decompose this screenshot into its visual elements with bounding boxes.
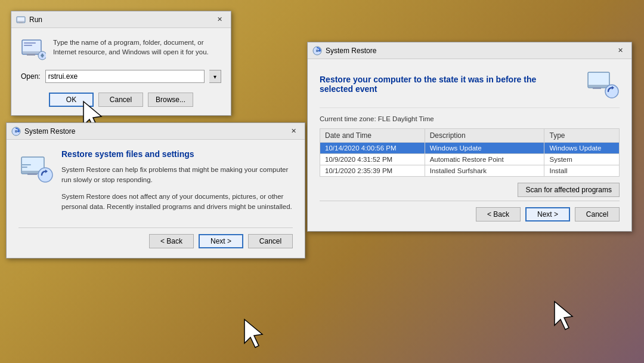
restore-fg-close-button[interactable]: ✕ — [614, 44, 627, 57]
restore-bg-dialog: System Restore ✕ Resto — [6, 122, 305, 259]
run-window-controls: ✕ — [213, 13, 226, 26]
restore-bg-controls: ✕ — [287, 125, 300, 138]
svg-rect-18 — [27, 173, 37, 175]
svg-rect-29 — [589, 85, 609, 87]
restore-bg-close-button[interactable]: ✕ — [287, 125, 300, 138]
svg-rect-8 — [24, 42, 36, 44]
table-row[interactable]: 10/1/2020 2:35:39 PMInstalled SurfsharkI… — [320, 165, 620, 177]
restore-bg-heading: Restore system files and settings — [61, 149, 293, 159]
run-titlebar: Run ✕ — [11, 11, 231, 28]
restore-fg-titlebar: System Restore ✕ — [308, 42, 631, 59]
run-cancel-button[interactable]: Cancel — [98, 93, 143, 107]
run-input-field[interactable] — [45, 70, 205, 83]
restore-bg-title-icon — [11, 127, 21, 136]
svg-marker-33 — [555, 302, 572, 330]
run-browse-button[interactable]: Browse... — [148, 93, 193, 107]
restore-bg-desc2: System Restore does not affect any of yo… — [61, 192, 293, 213]
restore-fg-dialog: System Restore ✕ Restore your computer t… — [307, 42, 632, 232]
run-description: Type the name of a program, folder, docu… — [53, 36, 221, 57]
restore-fg-back-button[interactable]: < Back — [476, 207, 521, 222]
scan-affected-programs-button[interactable]: Scan for affected programs — [518, 183, 620, 197]
restore-fg-title-label: System Restore — [326, 47, 376, 55]
svg-rect-21 — [21, 164, 31, 165]
restore-bg-icon — [18, 149, 54, 185]
svg-rect-14 — [15, 130, 17, 133]
restore-bg-next-button[interactable]: Next > — [199, 234, 243, 248]
cursor-arrow-2 — [239, 316, 271, 349]
run-close-button[interactable]: ✕ — [213, 13, 226, 26]
run-app-icon — [21, 36, 46, 61]
run-ok-button[interactable]: OK — [49, 93, 94, 107]
run-dialog: Run ✕ Type the name of a program, folder… — [11, 11, 231, 116]
restore-bg-back-button[interactable]: < Back — [149, 234, 194, 248]
table-row[interactable]: 10/14/2020 4:00:56 PMWindows UpdateWindo… — [320, 143, 620, 154]
svg-rect-30 — [593, 87, 601, 89]
col-header-date: Date and Time — [320, 129, 425, 143]
svg-rect-6 — [23, 51, 41, 54]
svg-rect-1 — [17, 17, 24, 21]
run-dropdown-arrow[interactable]: ▾ — [209, 70, 221, 83]
run-open-label: Open: — [21, 72, 41, 81]
svg-rect-9 — [24, 45, 32, 46]
cursor-arrow-3 — [549, 299, 581, 331]
restore-bg-titlebar: System Restore ✕ — [7, 123, 305, 140]
col-header-description: Description — [425, 129, 544, 143]
restore-fg-header-icon — [587, 67, 620, 100]
restore-fg-next-button[interactable]: Next > — [525, 207, 570, 222]
svg-rect-7 — [27, 54, 35, 56]
restore-bg-desc1: System Restore can help fix problems tha… — [61, 165, 293, 186]
restore-fg-timezone: Current time zone: FLE Daylight Time — [320, 115, 620, 122]
run-title-icon — [16, 15, 26, 24]
svg-rect-22 — [21, 167, 27, 168]
svg-marker-23 — [244, 319, 262, 347]
restore-fg-heading: Restore your computer to the state it wa… — [320, 75, 558, 94]
restore-fg-cancel-button[interactable]: Cancel — [575, 207, 620, 222]
svg-rect-26 — [316, 50, 318, 52]
restore-bg-cancel-button[interactable]: Cancel — [248, 234, 293, 248]
restore-points-table: Date and Time Description Type 10/14/202… — [320, 128, 620, 177]
table-row[interactable]: 10/9/2020 4:31:52 PMAutomatic Restore Po… — [320, 154, 620, 165]
svg-rect-3 — [19, 22, 23, 23]
restore-bg-title-label: System Restore — [24, 127, 75, 136]
svg-rect-28 — [589, 73, 609, 86]
restore-fg-title-icon — [312, 46, 322, 56]
svg-rect-2 — [17, 21, 24, 22]
run-title-label: Run — [29, 16, 42, 24]
col-header-type: Type — [544, 129, 620, 143]
restore-fg-controls: ✕ — [614, 44, 627, 57]
